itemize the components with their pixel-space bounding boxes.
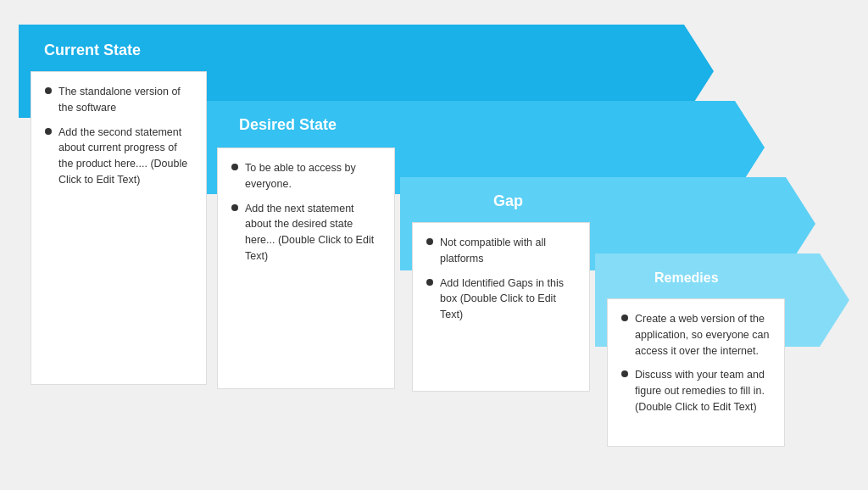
bullet-icon [231, 204, 238, 211]
bullet-text: Add the next statement about the desired… [245, 201, 381, 264]
list-item: Discuss with your team and figure out re… [621, 367, 771, 415]
content-box-gap[interactable]: Not compatible with all platforms Add Id… [412, 222, 590, 392]
content-box-remedies[interactable]: Create a web version of the application,… [607, 298, 785, 447]
bullet-icon [231, 164, 238, 170]
bullet-text: Add Identified Gaps in this box (Double … [440, 276, 576, 323]
arrow-label-current-state: Current State [44, 42, 141, 59]
arrow-label-desired-state: Desired State [239, 116, 337, 134]
list-item: To be able to access by everyone. [231, 160, 381, 192]
content-box-desired-state[interactable]: To be able to access by everyone. Add th… [217, 148, 395, 389]
bullet-icon [45, 87, 52, 94]
bullet-text: The standalone version of the software [58, 84, 192, 116]
bullet-icon [621, 315, 628, 321]
list-item: Add the next statement about the desired… [231, 201, 381, 264]
bullet-text: To be able to access by everyone. [245, 160, 381, 192]
list-item: The standalone version of the software [45, 84, 192, 116]
arrow-label-remedies: Remedies [654, 270, 719, 286]
list-item: Create a web version of the application,… [621, 311, 771, 359]
list-item: Add the second statement about current p… [45, 125, 192, 188]
bullet-text: Add the second statement about current p… [58, 125, 192, 188]
bullet-icon [426, 279, 433, 286]
bullet-icon [621, 370, 628, 377]
content-box-current-state[interactable]: The standalone version of the software A… [31, 71, 207, 385]
list-item: Add Identified Gaps in this box (Double … [426, 276, 576, 323]
bullet-text: Create a web version of the application,… [635, 311, 771, 359]
bullet-icon [45, 128, 52, 135]
bullet-text: Discuss with your team and figure out re… [635, 367, 771, 415]
diagram-container: Current State Desired State Gap Remedies… [19, 25, 849, 465]
arrow-label-gap: Gap [493, 192, 523, 210]
bullet-icon [426, 238, 433, 245]
list-item: Not compatible with all platforms [426, 235, 576, 267]
bullet-text: Not compatible with all platforms [440, 235, 576, 267]
